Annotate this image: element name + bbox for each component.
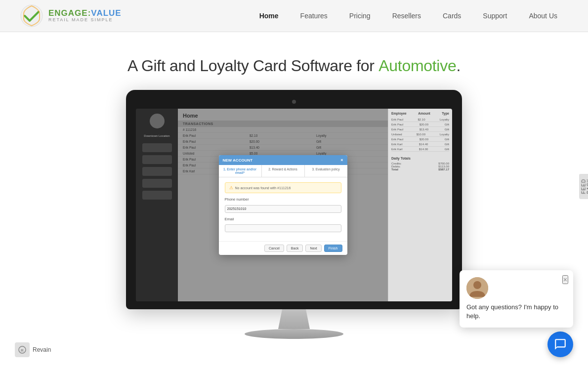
monitor-stand-neck xyxy=(274,309,314,329)
revain-icon: R xyxy=(15,342,30,357)
main-nav: Home Features Pricing Resellers Cards Su… xyxy=(249,0,568,32)
chat-icon xyxy=(554,338,567,351)
brand-name: ENGAGE:VALUE xyxy=(48,9,122,18)
dialog-close-icon[interactable]: × xyxy=(340,158,343,163)
new-account-dialog: NEW ACCOUNT × 1. Enter phone and/or emai… xyxy=(219,155,347,255)
dialog-body: ⚠ No account was found with #111216 Phon… xyxy=(219,177,347,241)
hero-headline: A Gift and Loyalty Card Software for Aut… xyxy=(127,57,461,75)
dialog-footer: Cancel Back Next Finish xyxy=(219,241,347,255)
nav-cards[interactable]: Cards xyxy=(432,0,472,32)
sidebar-avatar xyxy=(150,114,165,128)
back-button[interactable]: Back xyxy=(287,245,303,252)
nav-resellers[interactable]: Resellers xyxy=(381,0,432,32)
nav-support[interactable]: Support xyxy=(472,0,518,32)
screen-main: Home TRANSACTIONS # 111216 Erik Paul $2.… xyxy=(178,109,388,301)
finish-button[interactable]: Finish xyxy=(324,245,342,252)
nav-pricing[interactable]: Pricing xyxy=(338,0,381,32)
monitor-camera xyxy=(292,100,296,104)
screen-sidebar: Downtown Location xyxy=(136,109,178,301)
email-input[interactable] xyxy=(225,224,341,232)
logo[interactable]: ENGAGE:VALUE RETAIL MADE SIMPLE xyxy=(20,4,122,28)
nav-about-us[interactable]: About Us xyxy=(518,0,568,32)
warning-icon: ⚠ xyxy=(229,185,233,190)
phone-input[interactable] xyxy=(225,205,341,213)
nav-home[interactable]: Home xyxy=(249,0,290,32)
logo-icon xyxy=(20,4,43,28)
chat-popup-header xyxy=(466,277,566,299)
dialog-titlebar: NEW ACCOUNT × xyxy=(219,155,347,165)
right-row: Unlisted$10.00Loyalty xyxy=(391,132,449,137)
right-row: Erik Paul$20.00Gift xyxy=(391,122,449,127)
phone-label: Phone number xyxy=(225,197,341,202)
screen-right-panel: Employee Amount Type Erik Paul$2.10Loyal… xyxy=(388,109,452,301)
right-row: Erik Paul$13.40Gift xyxy=(391,127,449,132)
chat-popup: × Got any questions? I'm happy to help. xyxy=(460,270,573,328)
daily-totals: Daily Totals Credits: $700.00 Debits: $1… xyxy=(391,157,449,171)
dialog-steps: 1. Enter phone and/or email* 2. Reward &… xyxy=(219,165,347,177)
dialog-step-2: 2. Reward & Actions xyxy=(262,165,305,177)
dialog-step-3: 3. Evaluation policy xyxy=(305,165,347,177)
total-row: Total $587.17 xyxy=(391,168,449,171)
chat-avatar xyxy=(466,277,488,299)
right-row: Erik Karl$14.00Gift xyxy=(391,147,449,152)
revain-widget[interactable]: R Revain xyxy=(15,342,51,357)
dialog-step-1: 1. Enter phone and/or email* xyxy=(219,165,262,177)
avatar-image xyxy=(466,277,488,299)
dialog-warning: ⚠ No account was found with #111216 xyxy=(225,182,341,193)
tagline: RETAIL MADE SIMPLE xyxy=(48,18,122,23)
chat-open-button[interactable] xyxy=(547,331,573,357)
chat-message-text: Got any questions? I'm happy to help. xyxy=(466,303,566,321)
next-button[interactable]: Next xyxy=(305,245,321,252)
right-row: Erik Paul$20.00Gift xyxy=(391,137,449,142)
chat-widget: × Got any questions? I'm happy to help. xyxy=(547,331,573,357)
svg-point-5 xyxy=(473,281,481,289)
svg-text:R: R xyxy=(21,348,24,353)
right-panel-header: Employee Amount Type xyxy=(391,112,449,115)
monitor-outer: Downtown Location Home TRANSACTIONS # 11… xyxy=(126,90,462,309)
revain-label: Revain xyxy=(33,346,51,353)
dialog-overlay: NEW ACCOUNT × 1. Enter phone and/or emai… xyxy=(178,109,388,301)
right-row: Erik Paul$2.10Loyalty xyxy=(391,117,449,122)
nav-features[interactable]: Features xyxy=(290,0,338,32)
monitor-stand-base xyxy=(245,329,343,339)
right-row: Erik Karl$14.40Gift xyxy=(391,142,449,147)
feedback-tab[interactable]: FEEDBACK xyxy=(579,173,588,199)
monitor-screen: Downtown Location Home TRANSACTIONS # 11… xyxy=(136,109,452,301)
monitor-display: Downtown Location Home TRANSACTIONS # 11… xyxy=(126,90,462,339)
email-label: Email xyxy=(225,217,341,221)
chat-close-button[interactable]: × xyxy=(562,275,568,284)
cancel-button[interactable]: Cancel xyxy=(264,245,284,252)
header: ENGAGE:VALUE RETAIL MADE SIMPLE Home Fea… xyxy=(0,0,588,32)
logo-text: ENGAGE:VALUE RETAIL MADE SIMPLE xyxy=(48,9,122,23)
